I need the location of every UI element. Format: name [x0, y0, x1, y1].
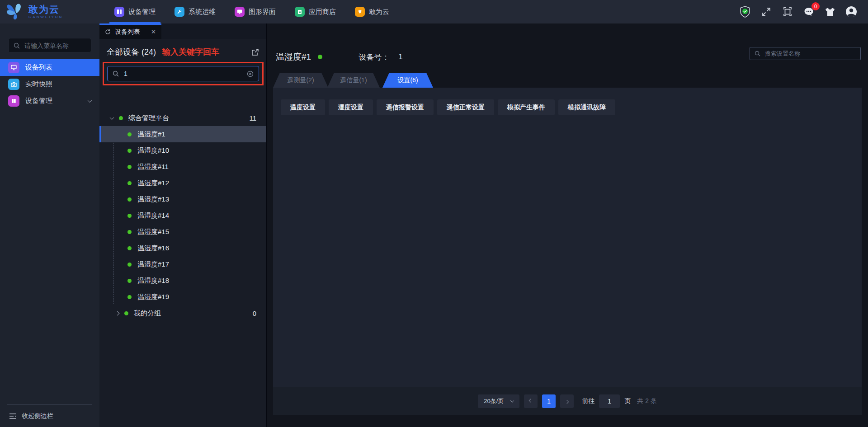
goto-label: 前往	[582, 397, 594, 405]
brand-subtitle: GANWEIYUN	[28, 15, 63, 19]
avatar-icon[interactable]	[845, 6, 857, 18]
theme-skin-icon[interactable]	[824, 6, 836, 18]
app-window: 敢为云 GANWEIYUN 设备管理 系统运维 图形界面	[0, 0, 868, 427]
simulate-comm-fault-button[interactable]: 模拟通讯故障	[558, 99, 615, 115]
top-nav: 设备管理 系统运维 图形界面 应用商店	[105, 0, 399, 23]
nav-item-app-store[interactable]: 应用商店	[285, 0, 345, 23]
menu-search-input[interactable]	[24, 42, 86, 50]
sidebar-item-device-list[interactable]: 设备列表	[0, 59, 99, 76]
topbar-actions: 0	[739, 6, 868, 18]
device-label: 温湿度#17	[137, 260, 169, 269]
butterfly-logo-icon	[5, 3, 24, 21]
status-dot	[127, 214, 132, 218]
sidebar-item-label: 设备管理	[25, 97, 52, 105]
humidity-setting-button[interactable]: 湿度设置	[329, 99, 373, 115]
device-label: 温湿度#15	[137, 228, 169, 236]
annotation-text: 输入关键字回车	[162, 47, 219, 57]
device-tree: 综合管理平台 11 温湿度#1 温湿度#10	[99, 110, 266, 321]
tab-settings[interactable]: 设置(6)	[382, 73, 433, 88]
security-shield-icon[interactable]	[739, 6, 751, 18]
tab-telesignal[interactable]: 遥信量(1)	[327, 73, 380, 88]
telesignal-alarm-setting-button[interactable]: 遥信报警设置	[377, 99, 434, 115]
wrench-icon	[175, 7, 184, 17]
close-tab-icon[interactable]: ✕	[151, 28, 156, 35]
settings-search-input[interactable]	[764, 50, 856, 57]
ganweiyun-icon	[355, 7, 365, 17]
tree-root-count: 11	[249, 114, 256, 122]
message-icon[interactable]: 0	[803, 6, 815, 18]
device-title: 温湿度#1	[276, 51, 311, 63]
nav-label: 设备管理	[128, 8, 156, 16]
tree-group-count: 0	[253, 310, 256, 317]
nav-item-system-ops[interactable]: 系统运维	[165, 0, 225, 23]
tree-item-device[interactable]: 温湿度#10	[99, 142, 266, 159]
nav-label: 敢为云	[369, 8, 389, 16]
settings-search-box	[750, 47, 861, 60]
nav-item-device-manage[interactable]: 设备管理	[105, 0, 165, 23]
tree-item-device[interactable]: 温湿度#17	[99, 256, 266, 272]
tree-item-device[interactable]: 温湿度#16	[99, 240, 266, 256]
tree-item-device[interactable]: 温湿度#19	[99, 289, 266, 305]
next-page-button[interactable]	[560, 394, 574, 408]
sidebar-item-device-manage[interactable]: 设备管理	[0, 93, 99, 109]
panel-tabstrip: 设备列表 ✕	[99, 23, 266, 39]
tree-item-device[interactable]: 温湿度#18	[99, 272, 266, 289]
brand-logo: 敢为云 GANWEIYUN	[0, 3, 96, 21]
status-dot	[127, 263, 132, 267]
tree-item-device[interactable]: 温湿度#13	[99, 191, 266, 207]
message-badge: 0	[811, 2, 820, 10]
sidebar-item-snapshot[interactable]: 实时快照	[0, 76, 99, 93]
tree-root-node[interactable]: 综合管理平台 11	[99, 110, 266, 126]
status-dot	[127, 197, 132, 202]
status-dot	[127, 230, 132, 234]
tab-device-list[interactable]: 设备列表 ✕	[99, 23, 161, 39]
chevron-down-icon[interactable]	[110, 115, 114, 120]
tab-telemetry[interactable]: 遥测量(2)	[273, 73, 328, 88]
device-search-input[interactable]	[123, 70, 243, 78]
total-count-label: 共 2 条	[637, 397, 657, 405]
menu-search-box	[8, 38, 91, 53]
goto-page-input[interactable]	[599, 394, 620, 408]
nav-item-graphic-ui[interactable]: 图形界面	[225, 0, 285, 23]
tree-item-device[interactable]: 温湿度#1	[99, 126, 266, 142]
status-dot	[127, 149, 132, 153]
status-dot	[127, 165, 132, 169]
device-label: 温湿度#18	[137, 277, 169, 285]
device-list-icon	[8, 62, 19, 73]
page-size-select[interactable]: 20条/页	[478, 394, 519, 408]
settings-panel: 温度设置 湿度设置 遥信报警设置 遥信正常设置 模拟产生事件 模拟通讯故障 20…	[273, 88, 862, 415]
tree-group-label: 我的分组	[134, 309, 161, 318]
refresh-icon[interactable]	[105, 29, 111, 35]
clear-search-icon[interactable]	[247, 70, 254, 77]
tree-item-device[interactable]: 温湿度#11	[99, 159, 266, 175]
simulate-event-button[interactable]: 模拟产生事件	[498, 99, 555, 115]
screenshot-frame-icon[interactable]	[782, 6, 793, 18]
tree-item-device[interactable]: 温湿度#15	[99, 224, 266, 240]
temperature-setting-button[interactable]: 温度设置	[281, 99, 325, 115]
tree-group-node[interactable]: 我的分组 0	[99, 305, 266, 321]
telesignal-normal-setting-button[interactable]: 遥信正常设置	[437, 99, 494, 115]
search-icon	[755, 51, 760, 56]
nav-item-ganweiyun[interactable]: 敢为云	[345, 0, 399, 23]
tree-item-device[interactable]: 温湿度#14	[99, 207, 266, 224]
tree-item-device[interactable]: 温湿度#12	[99, 175, 266, 191]
device-number-label: 设备号：	[359, 52, 389, 62]
fullscreen-icon[interactable]	[760, 6, 772, 18]
status-dot	[127, 279, 132, 283]
status-dot	[124, 311, 128, 315]
device-label: 温湿度#10	[137, 146, 169, 155]
device-search-box	[107, 66, 259, 81]
collapse-sidebar-button[interactable]: 收起侧边栏	[0, 405, 99, 427]
device-list-panel: 设备列表 ✕ 全部设备 (24) 输入关键字回车	[99, 23, 267, 427]
external-link-icon[interactable]	[251, 48, 259, 56]
prev-page-button[interactable]	[524, 394, 538, 408]
collapse-label: 收起侧边栏	[22, 412, 53, 420]
device-label: 温湿度#16	[137, 244, 169, 253]
online-status-dot	[318, 55, 322, 59]
status-dot	[127, 295, 132, 299]
chevron-right-icon[interactable]	[115, 311, 120, 315]
page-number-button[interactable]: 1	[542, 394, 556, 408]
nav-label: 应用商店	[309, 8, 336, 16]
chevron-down-icon	[510, 399, 514, 402]
collapse-icon	[9, 413, 17, 419]
